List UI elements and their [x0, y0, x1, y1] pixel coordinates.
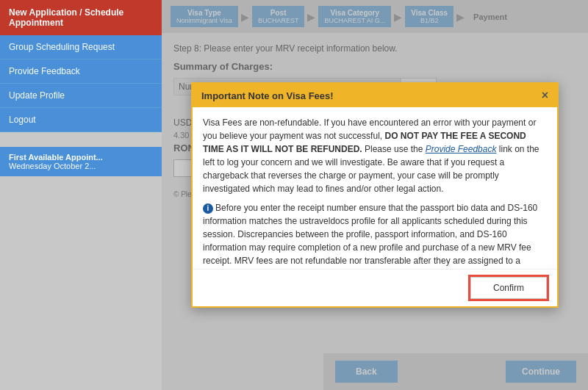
- confirm-button[interactable]: Confirm: [470, 277, 547, 299]
- main-content: Visa Type Nonimmigrant Visa ▶ Post BUCHA…: [162, 0, 588, 390]
- sidebar-item-provide-feedback[interactable]: Provide Feedback: [0, 59, 162, 84]
- modal-body: Visa Fees are non-refundable. If you hav…: [193, 107, 557, 269]
- modal-text-p4: Before you enter the receipt number ensu…: [203, 203, 537, 269]
- modal-title: Important Note on Visa Fees!: [201, 90, 334, 101]
- modal-header: Important Note on Visa Fees! ×: [193, 84, 557, 107]
- sidebar-item-new-application[interactable]: New Application / Schedule Appointment: [0, 0, 162, 35]
- sidebar-item-update-profile[interactable]: Update Profile: [0, 84, 162, 108]
- modal-footer: Confirm: [193, 269, 557, 306]
- modal-text-p2: Please use the: [362, 144, 426, 154]
- modal-provide-feedback-link[interactable]: Provide Feedback: [426, 144, 497, 154]
- sidebar-item-logout[interactable]: Logout: [0, 108, 162, 132]
- sidebar: New Application / Schedule Appointment G…: [0, 0, 162, 390]
- modal-dialog: Important Note on Visa Fees! × Visa Fees…: [191, 82, 559, 308]
- info-icon: i: [203, 203, 213, 214]
- modal-close-button[interactable]: ×: [542, 90, 548, 101]
- sidebar-item-group-scheduling[interactable]: Group Scheduling Request: [0, 35, 162, 59]
- modal-overlay: Important Note on Visa Fees! × Visa Fees…: [162, 0, 588, 390]
- sidebar-first-available: First Available Appoint... Wednesday Oct…: [0, 147, 162, 176]
